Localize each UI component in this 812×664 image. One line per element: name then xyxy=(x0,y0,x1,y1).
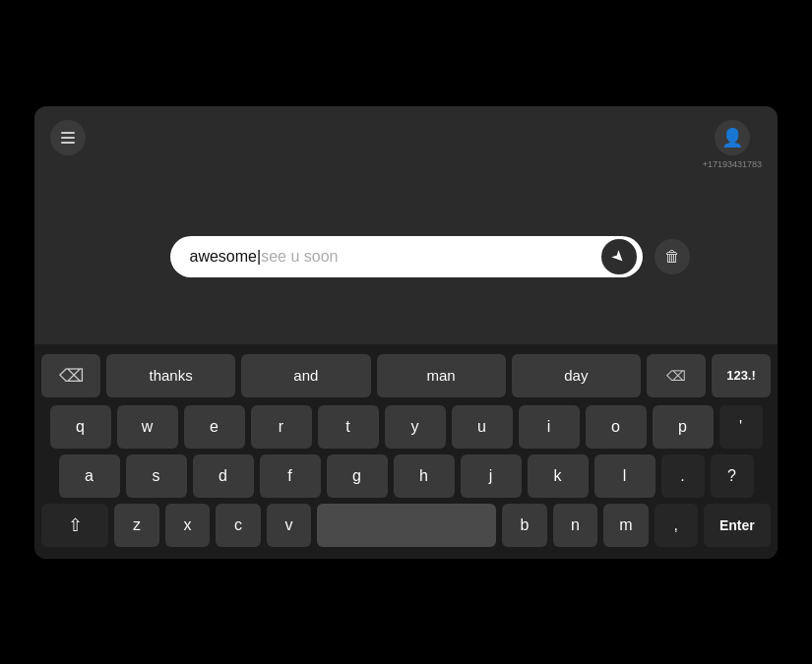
send-button[interactable]: ➤ xyxy=(601,239,637,274)
key-m[interactable]: m xyxy=(603,504,649,547)
key-g[interactable]: g xyxy=(327,454,388,498)
top-bar: 👤 +17193431783 xyxy=(34,106,778,169)
phone-number: +17193431783 xyxy=(703,159,762,169)
suggestion-man[interactable]: man xyxy=(377,354,506,397)
key-c[interactable]: c xyxy=(216,504,261,547)
device-frame: 👤 +17193431783 awesome|see u soon ➤ 🗑 ⌫ xyxy=(34,106,778,559)
key-s[interactable]: s xyxy=(126,454,187,498)
menu-button[interactable] xyxy=(50,120,86,155)
key-e[interactable]: e xyxy=(184,405,245,449)
enter-key[interactable]: Enter xyxy=(704,504,771,547)
send-icon: ➤ xyxy=(607,245,630,268)
key-row-3: ⇧ z x c v b n m , Enter xyxy=(38,502,774,549)
key-q[interactable]: q xyxy=(50,405,111,449)
shift-button[interactable]: ⇧ xyxy=(41,504,108,547)
suggestion-day[interactable]: day xyxy=(512,354,641,397)
key-d[interactable]: d xyxy=(193,454,254,498)
profile-area: 👤 +17193431783 xyxy=(703,120,762,169)
nums-label: 123.! xyxy=(726,368,756,383)
suggestions-row: ⌫ thanks and man day ⌫ 123.! xyxy=(38,352,774,399)
key-apostrophe[interactable]: ' xyxy=(719,405,763,449)
key-t[interactable]: t xyxy=(318,405,379,449)
profile-button[interactable]: 👤 xyxy=(715,120,750,155)
key-b[interactable]: b xyxy=(502,504,547,547)
backspace-icon: ⌫ xyxy=(59,365,84,387)
shift-icon: ⇧ xyxy=(68,514,83,536)
key-a[interactable]: a xyxy=(59,454,120,498)
key-n[interactable]: n xyxy=(553,504,598,547)
key-x[interactable]: x xyxy=(165,504,211,547)
profile-icon: 👤 xyxy=(721,127,743,149)
key-k[interactable]: k xyxy=(528,454,589,498)
text-input-wrapper: awesome|see u soon ➤ 🗑 xyxy=(170,236,643,277)
suggestion-delete-button[interactable]: ⌫ xyxy=(647,354,706,397)
key-p[interactable]: p xyxy=(653,405,714,449)
enter-label: Enter xyxy=(719,517,755,533)
key-h[interactable]: h xyxy=(394,454,455,498)
text-input-field[interactable]: awesome|see u soon xyxy=(170,236,643,277)
keyboard: ⌫ thanks and man day ⌫ 123.! q w xyxy=(34,344,778,559)
input-area: awesome|see u soon ➤ 🗑 xyxy=(34,169,778,344)
key-question[interactable]: ? xyxy=(711,454,754,498)
backspace-button[interactable]: ⌫ xyxy=(41,354,100,397)
space-key[interactable] xyxy=(317,504,496,547)
key-comma[interactable]: , xyxy=(655,504,698,547)
key-v[interactable]: v xyxy=(267,504,312,547)
key-j[interactable]: j xyxy=(461,454,522,498)
suggestion-thanks[interactable]: thanks xyxy=(106,354,235,397)
key-i[interactable]: i xyxy=(519,405,580,449)
nums-button[interactable]: 123.! xyxy=(712,354,771,397)
key-row-2: a s d f g h j k l . ? xyxy=(38,453,774,500)
key-o[interactable]: o xyxy=(586,405,647,449)
input-typed-text: awesome xyxy=(190,248,257,266)
key-row-1: q w e r t y u i o p ' xyxy=(38,403,774,451)
input-placeholder-text: see u soon xyxy=(261,248,338,266)
key-w[interactable]: w xyxy=(117,405,178,449)
key-l[interactable]: l xyxy=(594,454,656,498)
key-period[interactable]: . xyxy=(661,454,705,498)
delete-char-icon: ⌫ xyxy=(666,368,686,384)
trash-icon: 🗑 xyxy=(664,248,680,266)
key-u[interactable]: u xyxy=(452,405,513,449)
key-r[interactable]: r xyxy=(251,405,312,449)
key-y[interactable]: y xyxy=(385,405,446,449)
menu-icon xyxy=(61,132,75,144)
key-z[interactable]: z xyxy=(114,504,159,547)
delete-button[interactable]: 🗑 xyxy=(655,239,690,274)
key-f[interactable]: f xyxy=(260,454,321,498)
suggestion-and[interactable]: and xyxy=(241,354,370,397)
